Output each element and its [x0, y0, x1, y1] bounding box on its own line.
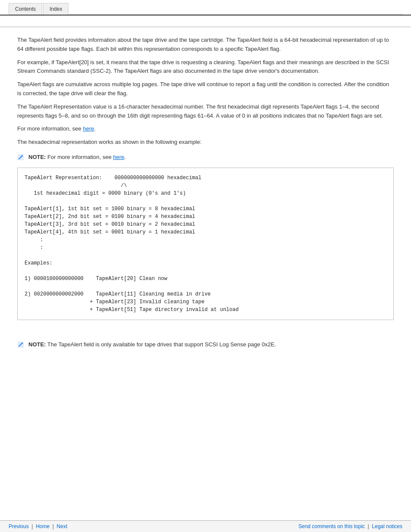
bottom-nav-legal[interactable]: Legal notices [372, 523, 402, 529]
note-text-1: NOTE: For more information, see here. [28, 153, 126, 162]
paragraph-1: The TapeAlert field provides information… [17, 36, 394, 54]
paragraph-6: The hexadecimal representation works as … [17, 138, 394, 147]
top-navigation: Contents Index [0, 0, 411, 16]
tab-index-label: Index [50, 6, 62, 12]
paragraph-3: TapeAlert flags are cumulative across mu… [17, 80, 394, 98]
bottom-nav-left: Previous | Home | Next [9, 523, 67, 529]
note-block-2: NOTE: The TapeAlert field is only availa… [17, 340, 394, 349]
breadcrumb-text [9, 18, 10, 24]
note-icon-1 [17, 154, 25, 162]
note-icon-2 [17, 341, 25, 349]
bottom-navigation: Previous | Home | Next Send comments on … [0, 520, 411, 532]
bottom-nav-right: Send comments on this topic | Legal noti… [299, 523, 402, 529]
bottom-nav-home[interactable]: Home [36, 523, 50, 529]
paragraph-2: For example, if TapeAlert[20] is set, it… [17, 58, 394, 76]
tab-contents[interactable]: Contents [9, 3, 42, 15]
note-text-2: NOTE: The TapeAlert field is only availa… [28, 340, 276, 349]
tab-spacer [69, 14, 402, 15]
tab-contents-label: Contents [15, 6, 36, 12]
main-content: The TapeAlert field provides information… [0, 27, 411, 364]
more-info-link[interactable]: here [83, 125, 94, 132]
bottom-nav-comments[interactable]: Send comments on this topic [299, 523, 365, 529]
tab-index[interactable]: Index [43, 3, 68, 15]
paragraph-4: The TapeAlert Representation value is a … [17, 103, 394, 121]
code-block: TapeAlert Representation: 00000000000000… [17, 168, 394, 320]
note-link-1[interactable]: here [113, 154, 125, 160]
paragraph-5: For more information, see here. [17, 124, 394, 134]
bottom-nav-next[interactable]: Next [57, 523, 68, 529]
bottom-nav-prev[interactable]: Previous [9, 523, 29, 529]
note-block-1: NOTE: For more information, see here. [17, 153, 394, 162]
secondary-navigation [0, 16, 411, 27]
